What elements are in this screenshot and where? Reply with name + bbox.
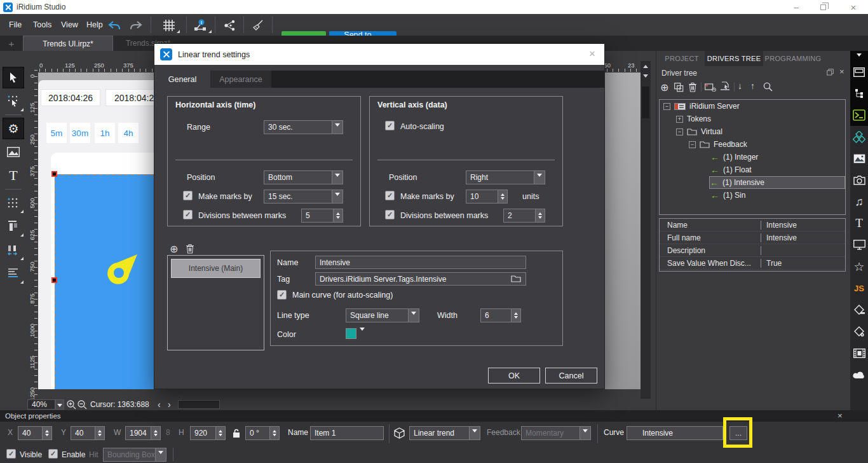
width-spinner[interactable]: 6 <box>480 308 521 322</box>
vertical-scrollbar[interactable] <box>641 61 651 399</box>
angle-spinner[interactable]: 0 ° <box>245 426 280 440</box>
restore-button[interactable] <box>812 0 834 14</box>
cancel-button[interactable]: Cancel <box>545 368 597 384</box>
fonts-panel-button[interactable]: T <box>850 212 868 234</box>
divisions-checkbox[interactable]: ✓ <box>183 210 193 219</box>
lock-icon[interactable] <box>233 429 240 438</box>
item-name-field[interactable]: Item 1 <box>310 426 384 440</box>
range-button-30m[interactable]: 30m <box>70 123 90 143</box>
page-prev-button[interactable]: ‹ <box>158 399 161 410</box>
curve-list-item[interactable]: Intensive (Main) <box>171 259 261 278</box>
range-button-4h[interactable]: 4h <box>118 123 139 143</box>
tree-row-tokens[interactable]: + Tokens <box>660 113 845 125</box>
tree-row-intensive[interactable]: ← (1) Intensive <box>660 176 845 189</box>
project-tree-panel-button[interactable] <box>850 83 868 104</box>
tab-general[interactable]: General <box>154 71 210 88</box>
clean-button[interactable] <box>247 17 269 34</box>
float-panel-icon[interactable] <box>827 69 834 76</box>
menu-file[interactable]: File <box>3 14 28 36</box>
y-spinner[interactable]: 40 <box>71 426 105 440</box>
close-button[interactable]: × <box>843 0 864 14</box>
select-tool[interactable] <box>3 67 24 88</box>
tree-row-sin[interactable]: ← (1) Sin <box>660 189 845 202</box>
grid-arrange-tool[interactable] <box>3 192 24 214</box>
delete-curve-button[interactable] <box>186 244 194 254</box>
import-button[interactable] <box>720 81 730 92</box>
marks-interval-dropdown[interactable]: 15 sec. <box>264 190 343 204</box>
page-index-box[interactable] <box>178 400 220 409</box>
camera-panel-button[interactable] <box>850 169 868 191</box>
expand-icon[interactable]: + <box>676 116 683 123</box>
tab-trends-ui[interactable]: Trends UI.irpz* <box>23 36 113 51</box>
add-curve-button[interactable]: ⊕ <box>170 243 178 255</box>
hit-dropdown[interactable]: Bounding Box <box>103 448 166 462</box>
zoom-dropdown-button[interactable] <box>55 399 64 410</box>
tree-row-float[interactable]: ← (1) Float <box>660 163 845 176</box>
x-spinner[interactable]: 40 <box>18 426 52 440</box>
close-panel-icon[interactable]: × <box>839 67 844 76</box>
curve-tag-field[interactable]: Drivers.iRidium Server.Tags.Intensive <box>315 272 526 286</box>
favorites-panel-button[interactable]: ☆ <box>850 256 868 277</box>
marks-spinner[interactable]: 10 <box>466 190 508 204</box>
selection-handle-mid-left[interactable] <box>51 277 57 283</box>
property-row[interactable]: Save Value When Disc... True <box>660 257 845 270</box>
property-row[interactable]: Name Intensive <box>660 219 845 232</box>
range-button-1h[interactable]: 1h <box>95 123 115 143</box>
tab-drivers-tree[interactable]: DRIVERS TREE <box>705 51 763 66</box>
tree-row-iridium-server[interactable]: − iRidium Server <box>660 100 845 113</box>
property-row[interactable]: Description <box>660 244 845 257</box>
tab-project[interactable]: PROJECT <box>659 51 705 66</box>
minimize-button[interactable]: – <box>785 0 807 14</box>
collapse-icon[interactable]: − <box>663 103 670 110</box>
align-text-tool[interactable] <box>3 263 24 284</box>
selection-handle-top-left[interactable] <box>51 171 57 177</box>
add-tab-button[interactable]: + <box>0 36 23 51</box>
align-tool[interactable] <box>3 216 24 237</box>
curve-value-field[interactable]: Intensive <box>627 426 723 440</box>
distribute-tool[interactable] <box>3 239 24 261</box>
menu-tools[interactable]: Tools <box>27 14 58 36</box>
main-curve-checkbox[interactable]: ✓ <box>277 290 287 300</box>
make-marks-checkbox[interactable]: ✓ <box>183 191 193 200</box>
feedback-dropdown[interactable]: Momentary <box>521 426 591 440</box>
sound-panel-button[interactable]: ♫ <box>850 191 868 212</box>
line-type-dropdown[interactable]: Square line <box>346 308 419 322</box>
cloud-panel-button[interactable] <box>850 364 868 385</box>
strip-menu-button[interactable] <box>850 51 868 61</box>
move-down-button[interactable]: ↓ <box>738 81 742 91</box>
duplicate-button[interactable] <box>674 83 684 92</box>
property-row[interactable]: Full name Intensive <box>660 232 845 244</box>
modules-panel-button[interactable] <box>850 126 868 148</box>
settings-tool[interactable]: ⚙ <box>3 118 24 139</box>
terminal-panel-button[interactable] <box>850 104 868 126</box>
page-next-button[interactable]: › <box>168 399 171 410</box>
add-driver-button[interactable]: ⊕ <box>660 81 668 93</box>
search-button[interactable] <box>763 82 773 92</box>
move-up-button[interactable]: ↑ <box>750 81 755 91</box>
zoom-in-icon[interactable] <box>67 400 76 410</box>
h-spinner[interactable]: 920 <box>190 426 226 440</box>
divisions-spinner[interactable]: 2 <box>503 209 545 223</box>
scan-button[interactable] <box>705 83 716 92</box>
date-field-left[interactable]: 2018:04:26 <box>41 89 100 106</box>
images-panel-button[interactable] <box>850 148 868 169</box>
color-dropdown-button[interactable] <box>360 331 365 340</box>
color-swatch[interactable] <box>346 328 356 339</box>
divisions-checkbox[interactable]: ✓ <box>385 210 395 219</box>
close-properties-icon[interactable]: × <box>837 411 843 420</box>
gallery-panel-button[interactable] <box>850 61 868 83</box>
divisions-spinner[interactable]: 5 <box>301 209 343 223</box>
browse-tag-folder-icon[interactable] <box>511 275 521 282</box>
scripts-panel-button[interactable]: JS <box>850 277 868 299</box>
dialog-close-icon[interactable]: × <box>589 48 595 60</box>
tree-row-integer[interactable]: ← (1) Integer <box>660 151 845 163</box>
scroll-up-button[interactable] <box>641 61 651 71</box>
object-type-dropdown[interactable]: Linear trend <box>409 426 480 440</box>
zoom-level[interactable]: 40% <box>27 399 55 410</box>
multi-select-tool[interactable] <box>3 90 24 112</box>
position-dropdown[interactable]: Right <box>466 170 545 184</box>
object-snap-button[interactable]: i <box>189 17 212 34</box>
w-spinner[interactable]: 1904 <box>125 426 161 440</box>
visible-checkbox[interactable]: ✓ <box>6 449 16 459</box>
zoom-out-icon[interactable] <box>78 400 87 410</box>
